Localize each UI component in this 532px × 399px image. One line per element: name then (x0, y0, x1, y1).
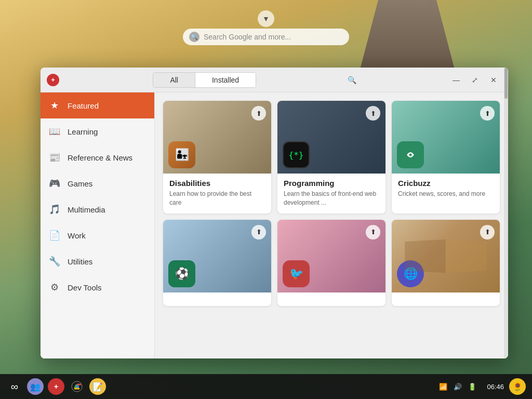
gear-icon: ⚙ (49, 282, 60, 293)
network-icon[interactable]: 📶 (438, 381, 448, 392)
programming-card-body: Programming Learn the basics of front-en… (277, 174, 385, 214)
card-header-row2-3: ⬆ 🌐 (392, 220, 500, 292)
sidebar-item-dev-tools-label: Dev Tools (68, 283, 102, 292)
sidebar-item-multimedia[interactable]: 🎵 Multimedia (41, 196, 154, 222)
row2-2-card-body (277, 292, 385, 306)
card-header-programming: ⬆ {*} (277, 101, 385, 174)
battery-icon[interactable]: 🔋 (467, 381, 477, 392)
taskbar: ∞ 👥 + 📝 📶 🔊 🔋 06:46 🌻 (0, 374, 532, 399)
newspaper-icon: 📰 (49, 152, 60, 163)
disabilities-card-body: Disabilities Learn how to provide the be… (163, 174, 271, 214)
card-header-cricbuzz: ⬆ (392, 101, 500, 174)
programming-card-desc: Learn the basics of front-end web develo… (284, 190, 379, 207)
search-button[interactable]: 🔍 (344, 73, 361, 87)
sidebar-item-reference-news-label: Reference & News (68, 153, 132, 162)
volume-icon[interactable]: 🔊 (453, 381, 463, 392)
sidebar-item-featured[interactable]: ★ Featured (41, 92, 154, 118)
sidebar-item-work-label: Work (68, 231, 86, 240)
taskbar-app-icon[interactable]: + (48, 378, 64, 395)
taskbar-chrome-icon[interactable] (69, 378, 85, 395)
disabilities-app-icon: 👨‍👧 (168, 141, 195, 168)
tab-group: All Installed (153, 72, 256, 88)
search-icon: 🔍 (189, 32, 200, 42)
app-card-row2-1[interactable]: ⬆ ⚽ (163, 220, 271, 306)
book-icon: 📖 (49, 126, 60, 137)
row2-1-app-icon: ⚽ (168, 260, 195, 287)
cricbuzz-app-icon (397, 141, 424, 168)
sidebar-item-learning[interactable]: 📖 Learning (41, 118, 154, 144)
disabilities-card-desc: Learn how to provide the best care (169, 190, 265, 207)
window-controls: — ⤢ ✕ (448, 73, 502, 87)
programming-app-icon: {*} (283, 141, 310, 168)
gamepad-icon: 🎮 (49, 178, 60, 189)
row2-2-app-icon: 🐦 (283, 260, 310, 287)
download-disabilities-button[interactable]: ⬆ (251, 106, 266, 121)
star-icon: ★ (49, 100, 60, 111)
taskbar-system-icons: 📶 🔊 🔋 (438, 381, 477, 392)
sidebar-item-utilities-label: Utilities (68, 257, 92, 266)
close-button[interactable]: ✕ (485, 73, 502, 87)
taskbar-people-icon[interactable]: 👥 (27, 378, 44, 395)
sidebar-item-games-label: Games (68, 179, 92, 188)
main-content: ⬆ 👨‍👧 Disabilities Learn how to provide … (155, 92, 508, 358)
download-row2-2-button[interactable]: ⬆ (366, 225, 380, 240)
card-header-row2-2: ⬆ 🐦 (277, 220, 385, 292)
download-programming-button[interactable]: ⬆ (366, 106, 380, 121)
sidebar-item-multimedia-label: Multimedia (68, 205, 105, 214)
row2-3-card-body (392, 292, 500, 306)
cricbuzz-card-body: Cricbuzz Cricket news, scores, and more (392, 174, 500, 205)
cricbuzz-card-desc: Cricket news, scores, and more (398, 190, 494, 198)
sidebar-item-work[interactable]: 📄 Work (41, 222, 154, 248)
taskbar-infinity-icon[interactable]: ∞ (6, 378, 23, 395)
disabilities-card-title: Disabilities (169, 179, 265, 188)
scrollbar-track[interactable] (504, 92, 508, 358)
title-bar: + All Installed 🔍 — ⤢ ✕ (41, 68, 508, 92)
window-body: ★ Featured 📖 Learning 📰 Reference & News… (41, 92, 508, 358)
sidebar-item-utilities[interactable]: 🔧 Utilities (41, 248, 154, 274)
app-logo: + (47, 74, 59, 86)
taskbar-note-icon[interactable]: 📝 (89, 378, 106, 395)
search-placeholder: Search Google and more... (204, 33, 291, 41)
search-bar-area: 🔍 Search Google and more... (183, 29, 349, 45)
sidebar: ★ Featured 📖 Learning 📰 Reference & News… (41, 92, 155, 358)
tab-installed[interactable]: Installed (195, 73, 256, 87)
sidebar-item-featured-label: Featured (68, 101, 99, 110)
cricbuzz-card-title: Cricbuzz (398, 179, 494, 188)
download-cricbuzz-button[interactable]: ⬆ (480, 106, 495, 121)
sidebar-item-learning-label: Learning (68, 127, 98, 136)
apps-grid: ⬆ 👨‍👧 Disabilities Learn how to provide … (163, 101, 500, 306)
download-row2-1-button[interactable]: ⬆ (251, 225, 266, 240)
card-header-row2-1: ⬆ ⚽ (163, 220, 271, 292)
app-window: + All Installed 🔍 — ⤢ ✕ ★ Featured 📖 Lea… (41, 68, 508, 358)
music-icon: 🎵 (49, 204, 60, 215)
scrollbar-thumb[interactable] (504, 92, 508, 99)
taskbar-time: 06:46 (487, 383, 504, 391)
chevron-down-icon[interactable]: ▼ (258, 10, 274, 27)
download-row2-3-button[interactable]: ⬆ (480, 225, 495, 240)
app-card-row2-3[interactable]: ⬆ 🌐 (392, 220, 500, 306)
wrench-icon: 🔧 (49, 256, 60, 267)
app-card-programming[interactable]: ⬆ {*} Programming Learn the basics of fr… (277, 101, 385, 214)
app-card-disabilities[interactable]: ⬆ 👨‍👧 Disabilities Learn how to provide … (163, 101, 271, 214)
maximize-button[interactable]: ⤢ (467, 73, 483, 87)
sidebar-item-games[interactable]: 🎮 Games (41, 170, 154, 196)
programming-card-title: Programming (284, 179, 379, 188)
app-card-cricbuzz[interactable]: ⬆ Cricbuzz Cricket news, scores, and mor… (392, 101, 500, 214)
search-box[interactable]: 🔍 Search Google and more... (183, 29, 349, 45)
app-card-row2-2[interactable]: ⬆ 🐦 (277, 220, 385, 306)
sidebar-item-reference-news[interactable]: 📰 Reference & News (41, 144, 154, 170)
tab-all[interactable]: All (153, 73, 195, 87)
row2-1-card-body (163, 292, 271, 306)
minimize-button[interactable]: — (448, 73, 464, 87)
sunflower-icon[interactable]: 🌻 (509, 378, 526, 395)
card-header-disabilities: ⬆ 👨‍👧 (163, 101, 271, 174)
taskbar-right: 📶 🔊 🔋 06:46 🌻 (438, 378, 526, 395)
sidebar-item-dev-tools[interactable]: ⚙ Dev Tools (41, 274, 154, 300)
document-icon: 📄 (49, 230, 60, 241)
